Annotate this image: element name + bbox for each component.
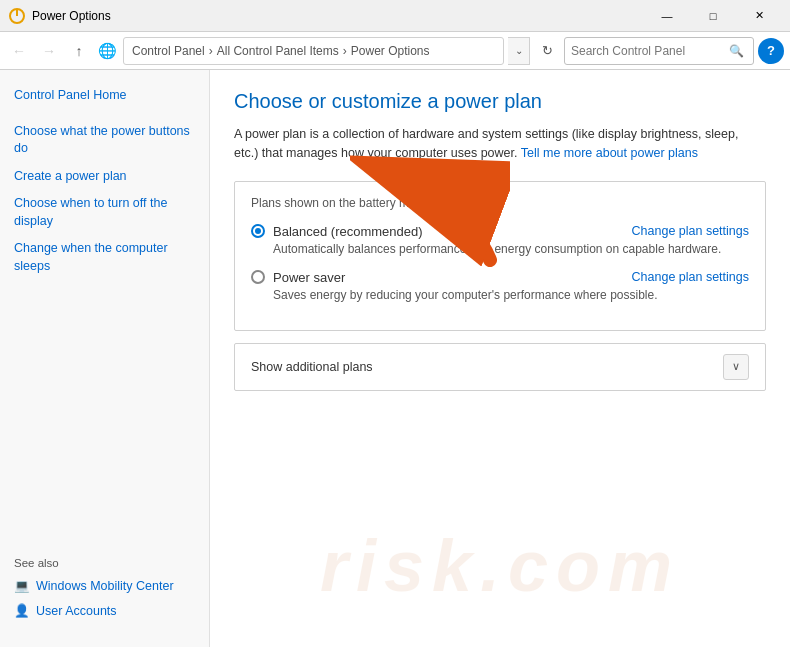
plan-radio-power-saver[interactable] [251, 270, 265, 284]
content-description: A power plan is a collection of hardware… [234, 125, 766, 163]
plans-section-title: Plans shown on the battery meter [251, 196, 749, 210]
maximize-button[interactable]: □ [690, 0, 736, 32]
plan-radio-balanced[interactable] [251, 224, 265, 238]
sidebar-item-mobility-center[interactable]: 💻 Windows Mobility Center [0, 573, 209, 598]
content-area: Choose or customize a power plan A power… [210, 70, 790, 647]
breadcrumb-part-2: All Control Panel Items [217, 44, 339, 58]
sidebar-item-computer-sleeps[interactable]: Change when the computer sleeps [0, 235, 209, 280]
plan-description-power-saver: Saves energy by reducing your computer's… [273, 288, 749, 302]
address-bar: ← → ↑ 🌐 Control Panel › All Control Pane… [0, 32, 790, 70]
page-title: Choose or customize a power plan [234, 90, 766, 113]
main-layout: Control Panel Home Choose what the power… [0, 70, 790, 647]
title-bar: Power Options — □ ✕ [0, 0, 790, 32]
window-title: Power Options [32, 9, 644, 23]
window-icon [8, 7, 26, 25]
sidebar-item-home[interactable]: Control Panel Home [0, 82, 209, 110]
search-input[interactable] [571, 44, 725, 58]
plan-description-balanced: Automatically balances performance with … [273, 242, 749, 256]
sidebar-bottom: See also 💻 Windows Mobility Center 👤 Use… [0, 529, 209, 635]
minimize-button[interactable]: — [644, 0, 690, 32]
watermark: risk.com [210, 525, 790, 607]
change-plan-settings-power-saver[interactable]: Change plan settings [632, 270, 749, 284]
back-button[interactable]: ← [6, 38, 32, 64]
plan-name-balanced: Balanced (recommended) [273, 224, 423, 239]
sidebar-item-turn-off-display[interactable]: Choose when to turn off the display [0, 190, 209, 235]
sidebar: Control Panel Home Choose what the power… [0, 70, 210, 647]
see-also-label: See also [0, 541, 209, 573]
plan-header-power-saver: Power saver Change plan settings [251, 270, 749, 285]
show-additional-plans[interactable]: Show additional plans ∨ [234, 343, 766, 391]
plans-section: Plans shown on the battery meter Balance… [234, 181, 766, 331]
breadcrumb-part-3: Power Options [351, 44, 430, 58]
chevron-down-icon[interactable]: ∨ [723, 354, 749, 380]
sidebar-item-create-plan[interactable]: Create a power plan [0, 163, 209, 191]
user-accounts-icon: 👤 [14, 603, 30, 618]
up-button[interactable]: ↑ [66, 38, 92, 64]
search-box: 🔍 [564, 37, 754, 65]
plan-radio-label-power-saver[interactable]: Power saver [251, 270, 345, 285]
breadcrumb-part-1: Control Panel [132, 44, 205, 58]
change-plan-settings-balanced[interactable]: Change plan settings [632, 224, 749, 238]
plan-radio-label-balanced[interactable]: Balanced (recommended) [251, 224, 423, 239]
plan-header-balanced: Balanced (recommended) Change plan setti… [251, 224, 749, 239]
refresh-button[interactable]: ↻ [534, 38, 560, 64]
breadcrumb-dropdown[interactable]: ⌄ [508, 37, 530, 65]
plan-name-power-saver: Power saver [273, 270, 345, 285]
show-additional-label: Show additional plans [251, 360, 373, 374]
help-button[interactable]: ? [758, 38, 784, 64]
tell-me-more-link[interactable]: Tell me more about power plans [521, 146, 698, 160]
breadcrumb[interactable]: Control Panel › All Control Panel Items … [123, 37, 504, 65]
sidebar-item-user-accounts[interactable]: 👤 User Accounts [0, 598, 209, 623]
globe-icon: 🌐 [98, 42, 117, 60]
close-button[interactable]: ✕ [736, 0, 782, 32]
sidebar-item-power-buttons[interactable]: Choose what the power buttons do [0, 118, 209, 163]
search-icon[interactable]: 🔍 [725, 40, 747, 62]
plan-item-power-saver: Power saver Change plan settings Saves e… [251, 270, 749, 302]
plan-item-balanced: Balanced (recommended) Change plan setti… [251, 224, 749, 256]
forward-button[interactable]: → [36, 38, 62, 64]
mobility-center-icon: 💻 [14, 578, 30, 593]
window-controls: — □ ✕ [644, 0, 782, 32]
